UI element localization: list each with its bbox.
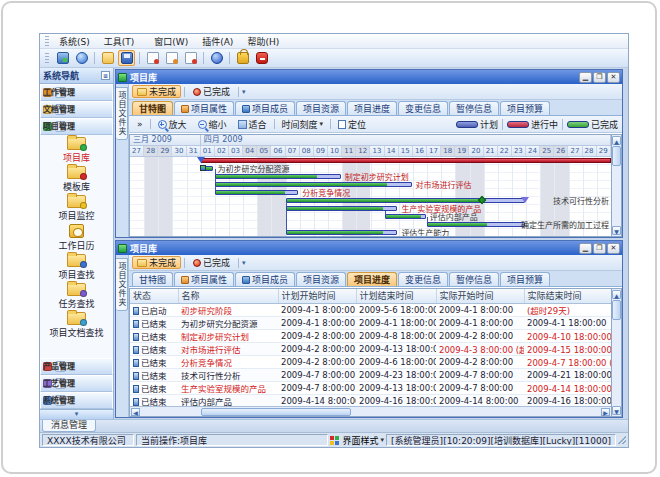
resize-grip[interactable] xyxy=(618,436,626,444)
menu-帮助(H)[interactable]: 帮助(H) xyxy=(240,36,286,48)
restore-button[interactable]: ❐ xyxy=(593,72,606,83)
tab-甘特图[interactable]: 甘特图 xyxy=(132,101,173,115)
gantt-bar-确定生产所需的加工过程[interactable] xyxy=(427,222,525,227)
system-button[interactable] xyxy=(54,50,71,66)
scroll-thumb[interactable] xyxy=(201,408,351,416)
exit-button[interactable] xyxy=(253,50,270,66)
gantt-bar-评估内部产品[interactable] xyxy=(385,214,426,219)
project-folder-vertical-tab[interactable]: 项目文件夹 xyxy=(116,258,128,311)
interface-style-dropdown[interactable]: 界面样式 ▾ xyxy=(330,434,385,447)
close-button[interactable]: ✕ xyxy=(607,243,620,254)
sidebar-item-模板库[interactable]: 模板库 xyxy=(40,165,113,194)
tab-项目属性[interactable]: 项目属性 xyxy=(174,101,234,115)
filter-已完成[interactable]: 已完成 xyxy=(188,85,235,98)
gantt-bar-制定初步研究计划[interactable] xyxy=(215,174,341,179)
restore-button[interactable]: ❐ xyxy=(593,243,606,254)
table-row[interactable]: 已启动初步研究阶段2009-4-1 8:00:002009-5-6 18:00:… xyxy=(130,303,611,316)
project-folder-vertical-tab[interactable]: 项目文件夹 xyxy=(116,87,128,140)
save-button[interactable] xyxy=(118,50,135,66)
tab-项目资源[interactable]: 项目资源 xyxy=(296,272,346,286)
sidebar-item-项目文档查找[interactable]: 项目文档查找 xyxy=(40,311,113,340)
column-header-状态[interactable]: 状态 xyxy=(130,289,178,303)
sidebar-group-系统管理[interactable]: 系统管理▾ xyxy=(40,392,113,409)
fit-button[interactable]: 适合 xyxy=(234,116,271,133)
zoom-in-button[interactable]: 放大 xyxy=(154,116,191,133)
gantt-bar-技术可行性分析[interactable] xyxy=(286,198,525,203)
sidebar-item-项目库[interactable]: 项目库 xyxy=(40,136,113,165)
gantt-bar-初步研究阶段[interactable] xyxy=(201,158,611,163)
scroll-up-icon[interactable]: ▲ xyxy=(612,136,621,145)
tab-项目成员[interactable]: 项目成员 xyxy=(235,272,295,286)
sidebar-overflow-chevron[interactable]: ▾ xyxy=(40,409,113,419)
gantt-bar-评估生产能力[interactable] xyxy=(286,230,398,235)
sidebar-group-工作管理[interactable]: 工作管理▾ xyxy=(40,84,113,101)
scroll-left-icon[interactable]: ◀ xyxy=(131,408,140,416)
table-row[interactable]: 已结束为初步研究分配资源2009-4-1 8:00:002009-4-1 18:… xyxy=(130,316,611,329)
scroll-right-icon[interactable]: ▶ xyxy=(601,408,610,416)
gantt-bar-生产实验室规模的产品[interactable] xyxy=(286,206,398,211)
tab-项目进度[interactable]: 项目进度 xyxy=(347,101,397,115)
report-doc-button[interactable] xyxy=(144,50,161,66)
tab-项目属性[interactable]: 项目属性 xyxy=(174,272,234,286)
sidebar-group-文档管理[interactable]: 文档管理▾ xyxy=(40,101,113,118)
locate-button[interactable]: 定位 xyxy=(334,116,370,133)
table-row[interactable]: 已结束制定初步研究计划2009-4-2 8:00:002009-4-8 18:0… xyxy=(130,329,611,342)
toolbar-overflow-button[interactable]: » xyxy=(133,117,147,131)
menu-窗口(W)[interactable]: 窗口(W) xyxy=(147,36,195,48)
print-doc-button[interactable] xyxy=(182,50,199,66)
gantt-bar-分析竞争情况[interactable] xyxy=(215,190,298,195)
sidebar-group-项目管理[interactable]: 项目管理▴ xyxy=(40,118,113,135)
tab-甘特图[interactable]: 甘特图 xyxy=(132,272,173,286)
audit-doc-button[interactable] xyxy=(163,50,180,66)
column-header-实际开始时间[interactable]: 实际开始时间 xyxy=(436,289,524,303)
sidebar-group-工艺管理[interactable]: 工艺管理▾ xyxy=(40,375,113,392)
tab-暂停信息[interactable]: 暂停信息 xyxy=(449,272,499,286)
filter-未完成[interactable]: 未完成 xyxy=(132,256,181,269)
table-row[interactable]: 已结束评估内部产品2009-4-14 8:00:002009-4-16 18:0… xyxy=(130,394,611,406)
menu-系统(S)[interactable]: 系统(S) xyxy=(52,36,97,48)
scroll-thumb[interactable] xyxy=(612,300,621,320)
filter-已完成[interactable]: 已完成 xyxy=(188,256,235,269)
table-row[interactable]: 已结束对市场进行评估2009-4-2 8:00:002009-4-13 18:0… xyxy=(130,342,611,355)
gantt-canvas[interactable]: 为初步研究分配资源制定初步研究计划对市场进行评估分析竞争情况技术可行性分析生产实… xyxy=(130,157,611,236)
tab-变更信息[interactable]: 变更信息 xyxy=(398,101,448,115)
tab-项目预算[interactable]: 项目预算 xyxy=(500,272,550,286)
tab-项目进度[interactable]: 项目进度 xyxy=(347,272,397,286)
filter-more-chevron[interactable]: ▾ xyxy=(242,259,246,267)
message-management-tab[interactable]: 消息管理 xyxy=(42,420,96,432)
sidebar-item-项目查找[interactable]: 项目查找 xyxy=(40,253,113,282)
tab-变更信息[interactable]: 变更信息 xyxy=(398,272,448,286)
table-row[interactable]: 已结束分析竞争情况2009-4-2 8:00:002009-4-6 18:00:… xyxy=(130,355,611,368)
tab-项目预算[interactable]: 项目预算 xyxy=(500,101,550,115)
zoom-out-button[interactable]: 缩小 xyxy=(194,116,231,133)
sidebar-item-任务查找[interactable]: 任务查找 xyxy=(40,282,113,311)
close-button[interactable]: ✕ xyxy=(607,72,620,83)
filter-未完成[interactable]: 未完成 xyxy=(132,85,181,98)
gantt-chart[interactable]: 三月 2009四月 2009 2728293031010203040506070… xyxy=(129,134,611,237)
column-header-名称[interactable]: 名称 xyxy=(178,289,278,303)
help-button[interactable] xyxy=(208,50,225,66)
menu-工具(T)[interactable]: 工具(T) xyxy=(97,36,142,48)
tab-项目资源[interactable]: 项目资源 xyxy=(296,101,346,115)
globe-button[interactable] xyxy=(73,50,90,66)
sidebar-group-产品管理[interactable]: 产品管理▾ xyxy=(40,358,113,375)
table-horizontal-scrollbar[interactable]: ◀ ▶ xyxy=(130,406,611,416)
scroll-thumb[interactable] xyxy=(612,146,621,166)
tab-暂停信息[interactable]: 暂停信息 xyxy=(449,101,499,115)
sidebar-collapse-icon[interactable]: ≡ xyxy=(101,71,110,80)
column-header-计划结束时间[interactable]: 计划结束时间 xyxy=(356,289,436,303)
time-scale-dropdown[interactable]: 时间刻度▾ xyxy=(278,116,328,133)
lock-button[interactable] xyxy=(234,50,251,66)
gantt-window-titlebar[interactable]: 项目库 ▁ ❐ ✕ xyxy=(116,70,622,84)
scroll-down-icon[interactable]: ▼ xyxy=(612,226,621,235)
column-header-实际结束时间[interactable]: 实际结束时间 xyxy=(524,289,611,303)
sidebar-item-项目监控[interactable]: 项目监控 xyxy=(40,194,113,223)
gantt-vertical-scrollbar[interactable]: ▲ ▼ xyxy=(611,134,622,237)
filter-more-chevron[interactable]: ▾ xyxy=(242,88,246,96)
scroll-up-icon[interactable]: ▲ xyxy=(612,290,621,299)
minimize-button[interactable]: ▁ xyxy=(579,243,592,254)
tab-项目成员[interactable]: 项目成员 xyxy=(235,101,295,115)
gantt-bar-对市场进行评估[interactable] xyxy=(215,182,412,187)
table-vertical-scrollbar[interactable]: ▲ ▼ xyxy=(611,288,622,417)
open-folder-button[interactable] xyxy=(99,50,116,66)
